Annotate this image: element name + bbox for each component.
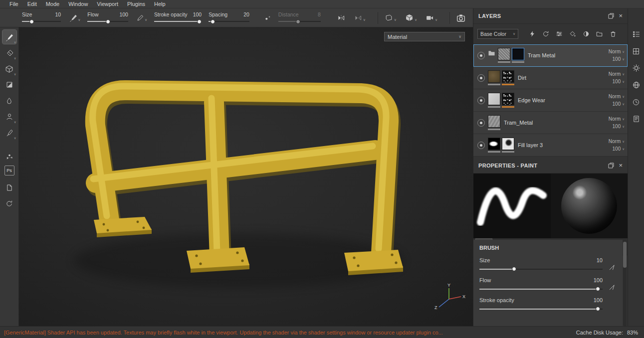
menu-viewport[interactable]: Viewport [92,0,123,7]
layer-opacity-select[interactable]: 100∨ [613,124,625,129]
layer-thumbnail[interactable] [488,138,500,150]
texture-set-list-button[interactable] [632,29,641,39]
layer-row-fill-layer-3[interactable]: Fill layer 3 Norm∨ 100∨ [473,134,628,157]
mask-thumbnail[interactable] [502,93,514,105]
close-panel-icon[interactable]: × [619,13,623,19]
display-settings-button[interactable] [632,63,641,73]
dots-icon [264,14,271,21]
brush-stroke-opacity-slider[interactable] [479,307,603,311]
menu-mode[interactable]: Mode [41,0,64,7]
add-fill-layer-button[interactable] [568,30,577,38]
chevron-down-icon: ∨ [622,80,625,84]
layer-thumbnail[interactable] [488,115,500,128]
visibility-toggle[interactable] [477,119,485,127]
detach-panel-icon[interactable] [608,163,614,169]
viewport-3d[interactable]: Material ∨ Y X Z [19,27,473,326]
layer-thumbnail[interactable] [488,93,500,105]
axis-gizmo[interactable]: Y X Z [434,282,466,313]
chevron-down-icon: ∨ [622,140,625,144]
blend-mode-select[interactable]: Norm∨ [609,71,625,77]
brush-flow-value: 100 [594,278,603,283]
menu-window[interactable]: Window [64,0,92,7]
delete-layer-button[interactable] [609,30,617,38]
menu-plugins[interactable]: Plugins [123,0,150,7]
polygon-fill-tool-button[interactable] [2,78,16,92]
rectangle-view-icon [384,13,394,22]
layer-row-edge-wear[interactable]: Edge Wear Norm∨ 100∨ [473,89,628,112]
symmetry-button[interactable] [336,13,347,23]
stroke-opacity-slider[interactable] [154,19,202,24]
brush-size-slider[interactable] [479,267,603,271]
visibility-toggle[interactable] [477,142,485,149]
scrollbar-thumb[interactable] [623,242,627,268]
brush-preset-button[interactable]: ∨ [68,12,81,23]
close-panel-icon[interactable]: × [619,163,623,169]
mask-thumbnail[interactable] [502,70,514,83]
viewport-3d-button[interactable]: ∨ [404,12,418,23]
shader-settings-button[interactable] [632,80,641,90]
visibility-toggle[interactable] [477,52,485,59]
document-icon [5,184,13,191]
photoshop-plugin-button[interactable]: Ps [4,166,14,175]
properties-panel-title: PROPERTIES - PAINT [478,163,608,169]
resources-updater-button[interactable] [2,196,16,210]
screenshot-button[interactable] [455,12,467,23]
projection-tool-button[interactable]: ∨ [2,62,16,76]
pen-pressure-icon[interactable] [608,284,616,291]
menu-edit[interactable]: Edit [23,0,41,7]
paint-tool-button[interactable]: ∨ [2,30,16,44]
layer-opacity-select[interactable]: 100∨ [613,101,625,107]
channel-select[interactable]: Base Color ∨ [477,29,518,39]
layer-opacity-select[interactable]: 100∨ [613,79,625,84]
export-plugin-button[interactable] [2,180,16,194]
layer-row-dirt[interactable]: Dirt Norm∨ 100∨ [473,67,628,89]
eraser-tool-button[interactable]: ∨ [2,46,16,60]
layer-row-tram-metal-fill[interactable]: Tram_Metal Norm∨ 100∨ [473,112,628,134]
symmetry-settings-button[interactable]: ∨ [353,13,367,23]
particles-tool-button[interactable] [2,150,16,164]
mask-thumbnail[interactable] [512,48,524,60]
layer-opacity-select[interactable]: 100∨ [613,146,625,152]
spacing-slider[interactable] [209,19,249,24]
smudge-tool-button[interactable] [2,94,16,108]
camera-view-button[interactable]: ∨ [424,12,438,23]
log-button[interactable] [632,114,641,124]
layer-opacity-select[interactable]: 100∨ [613,56,625,62]
mask-thumbnail[interactable] [502,138,514,150]
detach-panel-icon[interactable] [608,13,614,19]
properties-scrollbar[interactable] [623,240,627,326]
blend-mode-select[interactable]: Norm∨ [609,116,625,122]
shading-mode-select[interactable]: Material ∨ [384,32,465,41]
flow-slider[interactable] [87,19,128,24]
spacing-mode-button[interactable] [263,13,272,22]
chevron-down-icon: ∨ [622,117,625,121]
pencil-preset-button[interactable]: ∨ [135,13,148,23]
add-effect-button[interactable] [528,30,536,38]
blend-mode-select[interactable]: Norm∨ [609,139,625,144]
blend-mode-select[interactable]: Norm∨ [609,94,625,99]
add-filter-button[interactable] [541,30,550,38]
pen-pressure-icon[interactable] [608,264,616,271]
size-slider[interactable] [22,19,61,24]
material-picker-tool-button[interactable]: ∨ [2,126,16,140]
visibility-toggle[interactable] [477,74,485,82]
clone-tool-button[interactable]: ∨ [2,110,16,124]
layers-panel-title: LAYERS [478,13,608,19]
brush-stroke-preview[interactable] [473,173,551,238]
brush-flow-slider[interactable] [479,287,603,291]
add-folder-button[interactable] [595,30,604,38]
material-preview[interactable] [551,173,628,238]
menu-file[interactable]: File [5,0,23,7]
add-mask-button[interactable] [582,30,590,38]
visibility-toggle[interactable] [477,97,485,104]
layer-row-tram-metal[interactable]: Tram Metal Norm∨ 100∨ [473,44,628,67]
layer-thumbnail[interactable] [488,70,500,83]
add-levels-button[interactable] [555,30,563,38]
history-button[interactable] [632,97,641,107]
viewport-2d-button[interactable]: ∨ [383,12,398,23]
menu-help[interactable]: Help [150,0,170,7]
blend-mode-select[interactable]: Norm∨ [609,49,625,54]
size-label: Size [22,12,32,17]
layer-thumbnail[interactable] [498,48,510,60]
texture-set-settings-button[interactable] [632,46,641,56]
